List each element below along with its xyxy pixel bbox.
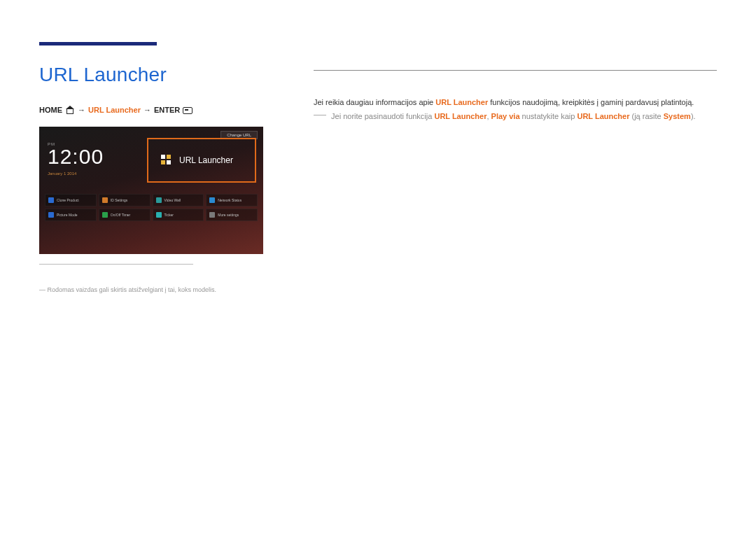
text: funkcijos naudojimą, kreipkitės į gaminį… bbox=[488, 98, 694, 106]
breadcrumb-item: URL Launcher bbox=[88, 106, 141, 114]
arrow-icon: → bbox=[144, 106, 151, 114]
home-tile: Picture Mode bbox=[45, 209, 97, 221]
highlight: Play via bbox=[491, 112, 520, 120]
text: Jei norite pasinaudoti funkcija bbox=[331, 112, 434, 120]
tile-icon bbox=[209, 197, 215, 203]
title-accent-bar bbox=[39, 42, 157, 45]
arrow-icon: → bbox=[78, 106, 85, 114]
section-rule bbox=[314, 70, 717, 71]
enter-icon bbox=[183, 106, 192, 113]
home-tile: Ticker bbox=[153, 209, 204, 221]
footnote-divider bbox=[39, 264, 193, 265]
breadcrumb: HOME → URL Launcher → ENTER bbox=[39, 106, 263, 114]
tile-label: Clone Product bbox=[57, 198, 79, 202]
dash-icon bbox=[314, 115, 326, 115]
tile-label: More settings bbox=[218, 213, 239, 217]
highlight: System bbox=[664, 112, 691, 120]
tile-icon bbox=[102, 212, 108, 218]
home-tile: ID Settings bbox=[99, 194, 150, 206]
tile-icon bbox=[156, 212, 162, 218]
home-icon bbox=[65, 106, 75, 113]
clock-time: 12:00 bbox=[48, 146, 104, 167]
text: Jei reikia daugiau informacijos apie bbox=[314, 98, 435, 106]
text: ). bbox=[691, 112, 696, 120]
grid-icon bbox=[161, 155, 172, 166]
info-line-2: Jei norite pasinaudoti funkcija URL Laun… bbox=[314, 110, 717, 124]
highlight: URL Launcher bbox=[434, 112, 486, 120]
info-line-1: Jei reikia daugiau informacijos apie URL… bbox=[314, 96, 717, 110]
text: (ją rasite bbox=[629, 112, 663, 120]
clock-date: January 1 2014 bbox=[48, 171, 104, 176]
page-title: URL Launcher bbox=[39, 64, 263, 86]
tile-label: Picture Mode bbox=[57, 213, 77, 217]
tile-icon bbox=[48, 212, 54, 218]
tile-label: Video Wall bbox=[164, 198, 181, 202]
home-tile: Video Wall bbox=[153, 194, 204, 206]
breadcrumb-home: HOME bbox=[39, 106, 62, 114]
home-tile: Clone Product bbox=[45, 194, 97, 206]
footnote-text: Rodomas vaizdas gali skirtis atsižvelgia… bbox=[48, 286, 217, 293]
highlight: URL Launcher bbox=[577, 112, 629, 120]
home-tile: More settings bbox=[206, 209, 258, 221]
url-launcher-label: URL Launcher bbox=[179, 155, 233, 165]
tile-label: Ticker bbox=[164, 213, 174, 217]
highlight: URL Launcher bbox=[435, 98, 488, 106]
breadcrumb-enter: ENTER bbox=[154, 106, 180, 114]
url-launcher-tile: URL Launcher bbox=[147, 138, 256, 183]
tile-label: Network Status bbox=[218, 198, 241, 202]
product-screenshot: Change URL PM 12:00 January 1 2014 URL L… bbox=[39, 127, 263, 254]
home-tiles-grid: Clone ProductID SettingsVideo WallNetwor… bbox=[45, 194, 258, 221]
text: nustatykite kaip bbox=[520, 112, 578, 120]
clock-panel: PM 12:00 January 1 2014 bbox=[48, 142, 104, 176]
tile-label: On/Off Timer bbox=[111, 213, 131, 217]
tile-icon bbox=[209, 212, 215, 218]
footnote: ― Rodomas vaizdas gali skirtis atsižvelg… bbox=[39, 286, 263, 295]
home-tile: On/Off Timer bbox=[99, 209, 150, 221]
tile-icon bbox=[156, 197, 162, 203]
tile-icon bbox=[102, 197, 108, 203]
tile-icon bbox=[48, 197, 54, 203]
home-tile: Network Status bbox=[206, 194, 258, 206]
tile-label: ID Settings bbox=[111, 198, 127, 202]
